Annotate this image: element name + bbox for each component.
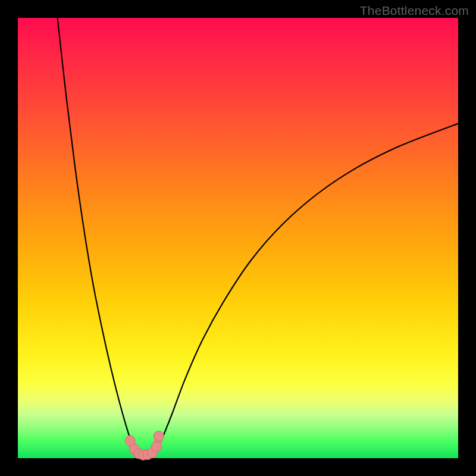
trough-markers — [125, 431, 164, 461]
trough-marker — [152, 441, 162, 452]
right-curve — [154, 124, 458, 454]
plot-area — [18, 18, 458, 458]
watermark-text: TheBottleneck.com — [360, 4, 469, 18]
trough-marker — [154, 431, 164, 441]
left-curve — [58, 18, 142, 454]
curves-svg — [18, 18, 458, 458]
chart-frame: TheBottleneck.com — [0, 0, 476, 476]
